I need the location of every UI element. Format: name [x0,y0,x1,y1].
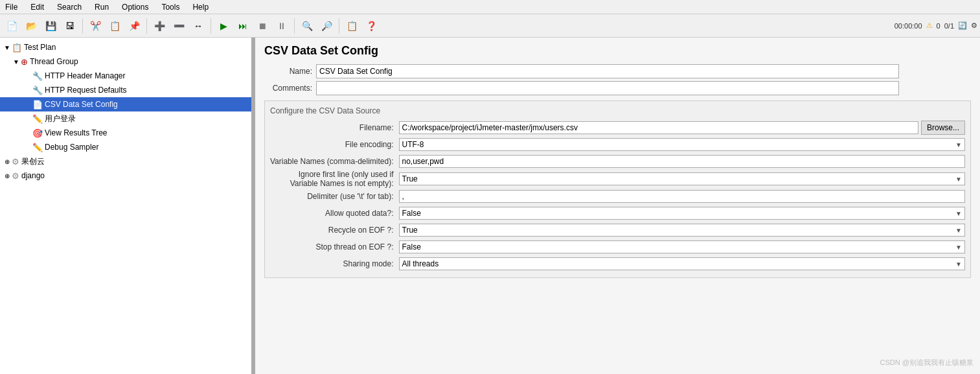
name-row: Name: [264,64,971,78]
separator-1 [82,18,83,34]
browse-button[interactable]: Browse... [921,121,965,135]
sharing-mode-dropdown[interactable]: All threads ▼ [399,257,966,270]
right-panel: CSV Data Set Config Name: Comments: Conf… [255,38,980,374]
run-button[interactable]: ▶ [214,17,233,35]
templates-button[interactable]: 🔍 [298,17,316,35]
new-button[interactable]: 📄 [3,17,21,35]
tree-label-http-defaults: HTTP Request Defaults [45,86,127,95]
stop-thread-eof-cell: False ▼ [399,239,966,255]
paste-button[interactable]: 📌 [125,17,143,35]
search-button[interactable]: 🔎 [317,17,336,35]
http-defaults-icon: 🔧 [32,86,43,95]
recycle-eof-dropdown[interactable]: True ▼ [399,224,966,237]
csv-icon: 📄 [32,100,43,110]
comments-row: Comments: [264,81,971,95]
filename-input[interactable] [402,123,915,132]
tree-item-http-header-manager[interactable]: 🔧 HTTP Header Manager [0,69,251,83]
comments-input[interactable] [316,81,899,95]
log-button[interactable]: 📋 [343,17,361,35]
menu-help[interactable]: Help [190,1,211,13]
tree-item-guochuang[interactable]: ⊕ ⚙ 果创云 [0,154,251,169]
tree-label-user-login: 用户登录 [45,113,76,124]
tree-item-view-results-tree[interactable]: 🎯 View Results Tree [0,126,251,140]
tree-item-thread-group[interactable]: ▼ ⊕ Thread Group [0,54,251,69]
add-button[interactable]: ➕ [150,17,168,35]
stop-thread-eof-dropdown[interactable]: False ▼ [399,240,966,253]
tree-item-test-plan[interactable]: ▼ 📋 Test Plan [0,40,251,54]
tree-label-django: django [21,171,45,180]
variable-names-cell [399,153,966,170]
expand-thread-group[interactable]: ▼ [12,58,21,65]
menu-options[interactable]: Options [119,1,151,13]
ignore-first-line-value: True [402,174,418,183]
allow-quoted-dropdown[interactable]: False ▼ [399,207,966,220]
recycle-eof-value: True [402,226,418,235]
guochuang-icon: ⚙ [12,157,19,167]
stop-button[interactable]: ⏹ [253,17,271,35]
tree-item-django[interactable]: ⊕ ⚙ django [0,169,251,183]
separator-5 [339,18,339,34]
shutdown-button[interactable]: ⏸ [273,17,291,35]
stop-thread-eof-value: False [402,242,421,251]
ignore-first-line-label: Ignore first line (only used if Variable… [270,170,399,188]
help-button[interactable]: ❓ [362,17,380,35]
tree-label-guochuang: 果创云 [21,156,45,167]
run-no-pause-button[interactable]: ⏭ [234,17,252,35]
toolbar: 📄 📂 💾 🖫 ✂️ 📋 📌 ➕ ➖ ↔️ ▶ ⏭ ⏹ ⏸ 🔍 🔎 📋 ❓ 00… [0,14,980,38]
view-results-icon: 🎯 [32,128,43,138]
remove-button[interactable]: ➖ [170,17,188,35]
tree-label-csv: CSV Data Set Config [45,100,118,109]
copy-button[interactable]: 📋 [106,17,124,35]
menu-search[interactable]: Search [54,1,84,13]
open-button[interactable]: 📂 [22,17,40,35]
name-label: Name: [264,67,316,76]
filename-cell: Browse... [399,119,966,136]
status-fraction: 0/1 [944,22,954,30]
separator-2 [146,18,147,34]
menu-run[interactable]: Run [92,1,111,13]
save-as-button[interactable]: 🖫 [61,17,79,35]
expand-button[interactable]: ↔️ [189,17,207,35]
table-row-sharing-mode: Sharing mode: All threads ▼ [270,255,965,272]
tree-label-view-results: View Results Tree [45,128,108,137]
delimiter-input[interactable] [402,192,963,201]
allow-quoted-cell: False ▼ [399,205,966,222]
name-input[interactable] [316,64,899,78]
tree-item-user-login[interactable]: ✏️ 用户登录 [0,111,251,126]
config-section: Configure the CSV Data Source Filename: … [264,100,971,278]
delimiter-cell [399,188,966,205]
expand-guochuang[interactable]: ⊕ [3,158,12,165]
file-encoding-dropdown[interactable]: UTF-8 ▼ [399,138,966,151]
separator-4 [294,18,295,34]
ignore-first-line-cell: True ▼ [399,170,966,188]
user-login-icon: ✏️ [32,114,43,124]
expand-test-plan[interactable]: ▼ [3,44,12,51]
menubar: File Edit Search Run Options Tools Help [0,0,980,14]
separator-3 [211,18,211,34]
status-time: 00:00:00 [895,22,922,30]
sharing-mode-arrow: ▼ [955,261,962,268]
menu-file[interactable]: File [3,1,20,13]
file-encoding-label: File encoding: [270,136,399,153]
variable-names-input-wrapper [399,155,966,168]
menu-edit[interactable]: Edit [28,1,47,13]
tree-item-csv-data-set[interactable]: 📄 CSV Data Set Config [0,97,251,111]
ignore-first-line-dropdown[interactable]: True ▼ [399,172,966,185]
table-row-variable-names: Variable Names (comma-delimited): [270,153,965,170]
test-plan-icon: 📋 [12,43,22,53]
save-button[interactable]: 💾 [41,17,60,35]
debug-icon: ✏️ [32,143,43,152]
table-row-ignore-first-line: Ignore first line (only used if Variable… [270,170,965,188]
menu-tools[interactable]: Tools [159,1,182,13]
variable-names-input[interactable] [402,157,963,166]
tree-item-http-request-defaults[interactable]: 🔧 HTTP Request Defaults [0,83,251,97]
filename-input-wrapper [399,121,918,134]
cut-button[interactable]: ✂️ [86,17,104,35]
recycle-eof-cell: True ▼ [399,222,966,239]
tree-label-thread-group: Thread Group [30,57,78,66]
expand-django[interactable]: ⊕ [3,172,12,180]
tree-item-debug-sampler[interactable]: ✏️ Debug Sampler [0,140,251,154]
settings-icon: ⚙ [971,21,977,30]
django-icon: ⚙ [12,171,19,181]
tree-label-http-header: HTTP Header Manager [45,71,126,80]
